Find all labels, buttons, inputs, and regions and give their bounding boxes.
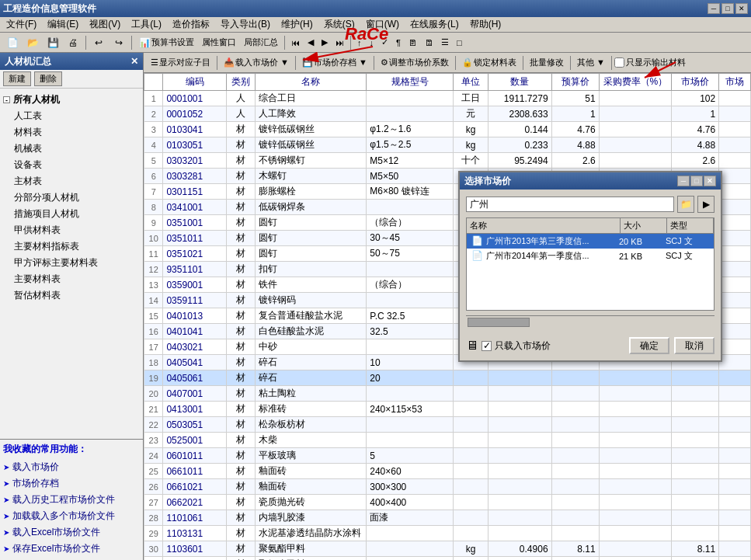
address-bar: 广州 📁 ▶ <box>466 196 714 213</box>
horizontal-scrollbar[interactable] <box>466 315 714 328</box>
dialog-maximize-btn[interactable]: □ <box>690 176 703 186</box>
select-market-price-dialog: 选择市场价 ─ □ ✕ 广州 📁 ▶ 名称 大小 类型 <box>458 171 722 362</box>
dialog-title-bar: 选择市场价 ─ □ ✕ <box>460 172 721 190</box>
dialog-title-buttons: ─ □ ✕ <box>677 176 716 186</box>
file-col-name: 名称 <box>467 218 621 233</box>
dialog-minimize-btn[interactable]: ─ <box>677 176 690 186</box>
only-load-price-area: 🖥 ✓ 只载入市场价 <box>466 339 624 353</box>
dialog-overlay: 选择市场价 ─ □ ✕ 广州 📁 ▶ 名称 大小 类型 <box>0 0 751 560</box>
dialog-footer: 🖥 ✓ 只载入市场价 确定 取消 <box>460 334 721 360</box>
file-list: 名称 大小 类型 📄广州市2013年第三季度信... 20 KB SCJ 文 📄… <box>466 217 714 311</box>
file-size-2: 21 KB <box>617 252 664 261</box>
file-col-type: 类型 <box>667 218 714 233</box>
file-size-1: 20 KB <box>617 237 664 246</box>
file-name-1: 📄广州市2013年第三季度信... <box>470 235 617 247</box>
only-load-price-label: 只载入市场价 <box>495 339 551 353</box>
scroll-thumb[interactable] <box>468 318 530 327</box>
folder-nav-btn[interactable]: ▶ <box>697 196 714 213</box>
dialog-title-text: 选择市场价 <box>464 175 511 188</box>
file-list-header: 名称 大小 类型 <box>467 218 714 234</box>
dialog-body: 广州 📁 ▶ 名称 大小 类型 📄广州市2013年第三季度信... 20 KB … <box>460 190 721 334</box>
file-type-1: SCJ 文 <box>664 235 711 247</box>
file-name-2: 📄广州市2014年第一季度信... <box>470 250 617 262</box>
dialog-close-btn[interactable]: ✕ <box>704 176 716 186</box>
dialog-cancel-btn[interactable]: 取消 <box>674 337 714 354</box>
dialog-ok-btn[interactable]: 确定 <box>629 337 669 354</box>
file-icon-2: 📄 <box>471 250 483 261</box>
file-icon-1: 📄 <box>471 235 483 246</box>
file-row-1[interactable]: 📄广州市2013年第三季度信... 20 KB SCJ 文 <box>467 234 714 249</box>
folder-up-btn[interactable]: 📁 <box>677 196 694 213</box>
file-type-2: SCJ 文 <box>664 250 711 262</box>
location-input[interactable]: 广州 <box>466 197 674 212</box>
only-load-price-checkbox[interactable]: ✓ <box>482 341 492 351</box>
file-col-size: 大小 <box>621 218 667 233</box>
file-row-2[interactable]: 📄广州市2014年第一季度信... 21 KB SCJ 文 <box>467 249 714 263</box>
monitor-icon: 🖥 <box>466 339 478 353</box>
